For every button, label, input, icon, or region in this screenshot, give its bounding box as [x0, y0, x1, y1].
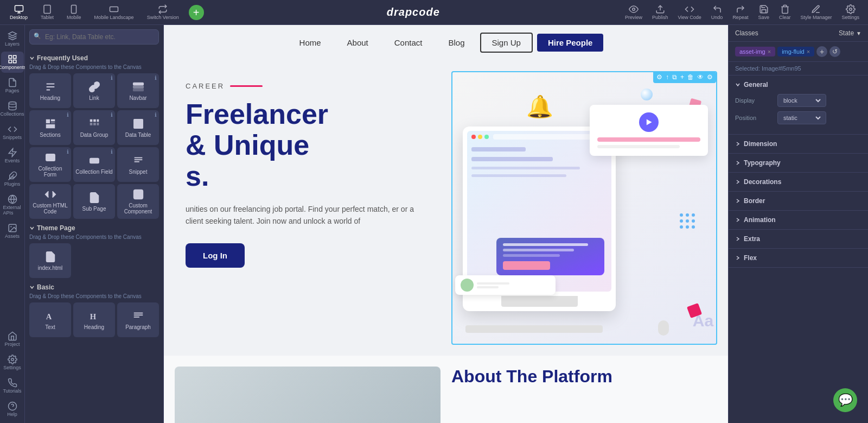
component-collection-form[interactable]: ℹ Collection Form — [29, 147, 71, 182]
section-theme-page[interactable]: Theme Page — [29, 221, 159, 234]
image-toolbar-more[interactable]: ⚙ — [706, 72, 714, 82]
about-text: About The Platform — [451, 367, 717, 423]
prop-section-decorations-header[interactable]: Decorations — [729, 173, 868, 191]
device-mobile-landscape[interactable]: Mobile Landscape — [91, 3, 137, 21]
settings-button[interactable]: Settings — [839, 3, 861, 21]
prop-section-general-header[interactable]: General — [729, 75, 868, 94]
career-text: CAREER — [186, 82, 225, 90]
component-collection-field[interactable]: ℹ Collection Field — [73, 147, 115, 182]
preview-button[interactable]: Preview — [623, 3, 644, 21]
info-icon: ℹ — [155, 112, 157, 118]
top-bar: Desktop Tablet Mobile Mobile Landscape S… — [0, 0, 868, 25]
display-select-input[interactable]: block inline flex grid none — [781, 97, 822, 104]
state-dropdown[interactable]: State ▼ — [839, 29, 861, 37]
device-switcher: Desktop Tablet Mobile Mobile Landscape S… — [7, 3, 204, 21]
prop-section-extra-header[interactable]: Extra — [729, 230, 868, 248]
position-select-input[interactable]: static relative absolute fixed — [781, 114, 822, 122]
position-select[interactable]: static relative absolute fixed — [777, 111, 826, 124]
save-button[interactable]: Save — [756, 3, 771, 21]
nav-home[interactable]: Home — [289, 34, 332, 52]
remove-tag-asset-img[interactable]: × — [768, 48, 771, 55]
sidebar-item-project[interactable]: Project — [1, 329, 24, 350]
remove-tag-img-fluid[interactable]: × — [807, 48, 810, 55]
device-tablet[interactable]: Tablet — [37, 3, 57, 21]
nav-signup[interactable]: Sign Up — [480, 33, 533, 53]
class-tag-asset-img[interactable]: asset-img × — [735, 47, 775, 56]
component-link[interactable]: ℹ Link — [73, 73, 115, 108]
component-data-group[interactable]: ℹ Data Group — [73, 110, 115, 145]
nav-hire-people[interactable]: Hire People — [537, 34, 604, 52]
sidebar-item-external-apis[interactable]: External APIs — [1, 192, 24, 218]
webpage-navbar: Home About Contact Blog Sign Up Hire Peo… — [164, 25, 728, 60]
component-index-html[interactable]: index.html — [29, 243, 71, 278]
sidebar-item-assets[interactable]: Assets — [1, 220, 24, 242]
info-icon: ℹ — [111, 112, 113, 118]
image-toolbar-hide[interactable]: 👁 — [696, 72, 705, 82]
component-snippet[interactable]: Snippet — [117, 147, 159, 182]
component-data-table[interactable]: ℹ Data Table — [117, 110, 159, 145]
component-navbar[interactable]: ℹ Navbar — [117, 73, 159, 108]
style-manager-button[interactable]: Style Manager — [798, 3, 834, 21]
component-heading[interactable]: Heading — [29, 73, 71, 108]
image-toolbar-settings[interactable]: ⚙ — [655, 72, 663, 82]
device-mobile[interactable]: Mobile — [63, 3, 85, 21]
sidebar-item-snippets[interactable]: Snippets — [1, 122, 24, 143]
prop-section-animation-header[interactable]: Animation — [729, 211, 868, 229]
section-basic[interactable]: Basic — [29, 280, 159, 293]
image-toolbar-delete[interactable]: 🗑 — [686, 72, 695, 82]
view-code-button[interactable]: View Code — [675, 3, 703, 21]
login-button[interactable]: Log In — [186, 243, 245, 268]
section-frequently-used[interactable]: Frequently Used — [29, 51, 159, 64]
nav-blog[interactable]: Blog — [437, 34, 475, 52]
sidebar-item-pages[interactable]: Pages — [1, 75, 24, 96]
sidebar-item-components[interactable]: Components — [1, 52, 24, 73]
nav-about[interactable]: About — [336, 34, 379, 52]
prop-section-dimension-header[interactable]: Dimension — [729, 135, 868, 153]
device-switch-version[interactable]: Switch Version — [144, 3, 182, 21]
hero-illustration: 🔔 — [452, 72, 716, 344]
svg-rect-2 — [72, 5, 76, 14]
info-icon: ℹ — [67, 149, 69, 155]
component-heading-basic[interactable]: H Heading — [73, 302, 115, 337]
add-component-button[interactable]: + — [189, 5, 204, 20]
sidebar-item-plugins[interactable]: Plugins — [1, 168, 24, 190]
component-sub-page[interactable]: Sub Page — [73, 184, 115, 219]
clear-button[interactable]: Clear — [777, 3, 793, 21]
class-tag-img-fluid[interactable]: img-fluid × — [777, 47, 814, 56]
sidebar-item-events[interactable]: Events — [1, 145, 24, 166]
component-paragraph[interactable]: Paragraph — [117, 302, 159, 337]
illus-bell: 🔔 — [526, 94, 553, 119]
chat-bubble-button[interactable]: 💬 — [833, 388, 857, 412]
component-custom-component[interactable]: Custom Component — [117, 184, 159, 219]
svg-rect-31 — [93, 119, 96, 122]
image-toolbar-duplicate[interactable]: ⧉ — [671, 72, 678, 82]
hero-image-area[interactable]: ⚙ ↑ ⧉ + 🗑 👁 ⚙ 🔔 — [451, 71, 717, 345]
sidebar-item-layers[interactable]: Layers — [1, 28, 24, 49]
nav-contact[interactable]: Contact — [384, 34, 433, 52]
component-search-box[interactable] — [29, 29, 159, 45]
component-text[interactable]: A Text — [29, 302, 71, 337]
sidebar-item-help[interactable]: Help — [1, 399, 24, 420]
svg-point-6 — [849, 8, 852, 11]
prop-section-flex-header[interactable]: Flex — [729, 249, 868, 267]
prop-section-dimension: Dimension — [729, 135, 868, 154]
device-desktop[interactable]: Desktop — [7, 3, 31, 21]
prop-section-typography-header[interactable]: Typography — [729, 154, 868, 172]
image-toolbar-up[interactable]: ↑ — [665, 72, 670, 82]
component-sections[interactable]: ℹ Sections — [29, 110, 71, 145]
sidebar-item-tutorials[interactable]: Tutorials — [1, 375, 24, 396]
add-class-button[interactable]: + — [816, 46, 827, 57]
undo-button[interactable]: Undo — [709, 3, 725, 21]
sidebar-item-settings[interactable]: Settings — [1, 352, 24, 373]
image-toolbar-add[interactable]: + — [679, 72, 685, 82]
component-custom-html[interactable]: Custom HTML Code — [29, 184, 71, 219]
refresh-class-button[interactable]: ↺ — [829, 46, 840, 57]
prop-section-border-header[interactable]: Border — [729, 192, 868, 210]
display-select[interactable]: block inline flex grid none — [777, 94, 826, 107]
sidebar-item-collections[interactable]: Collections — [1, 98, 24, 119]
app-logo: drapcode — [387, 6, 440, 18]
component-search-input[interactable] — [29, 29, 159, 45]
publish-button[interactable]: Publish — [650, 3, 671, 21]
repeat-button[interactable]: Repeat — [730, 3, 750, 21]
hero-title: Freelancer & Unique s. — [186, 99, 430, 192]
